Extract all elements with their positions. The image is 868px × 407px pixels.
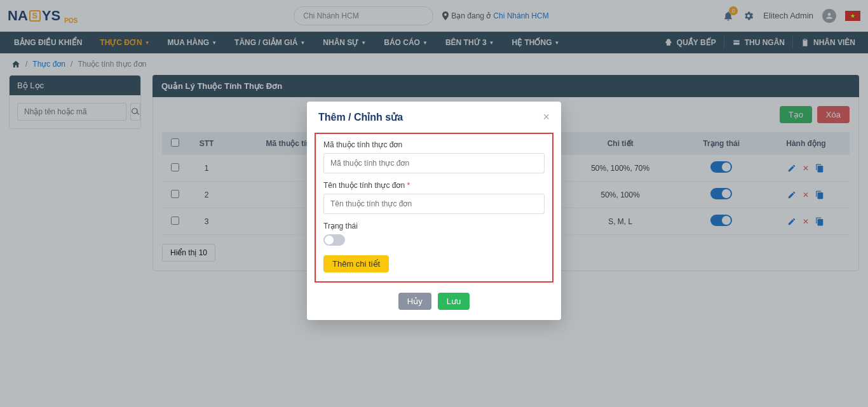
modal-close-button[interactable]: × (543, 110, 550, 124)
input-name[interactable] (323, 194, 545, 214)
label-status: Trạng thái (323, 222, 545, 230)
label-code: Mã thuộc tính thực đơn (323, 140, 545, 149)
modal-overlay: Thêm / Chỉnh sửa × Mã thuộc tính thực đơ… (0, 0, 868, 284)
add-detail-button[interactable]: Thêm chi tiết (323, 255, 389, 272)
label-name: Tên thuộc tính thực đơn * (323, 181, 545, 190)
modal: Thêm / Chỉnh sửa × Mã thuộc tính thực đơ… (307, 102, 561, 284)
status-toggle[interactable] (323, 234, 345, 246)
modal-title: Thêm / Chỉnh sửa (318, 111, 403, 123)
input-code[interactable] (323, 153, 545, 173)
